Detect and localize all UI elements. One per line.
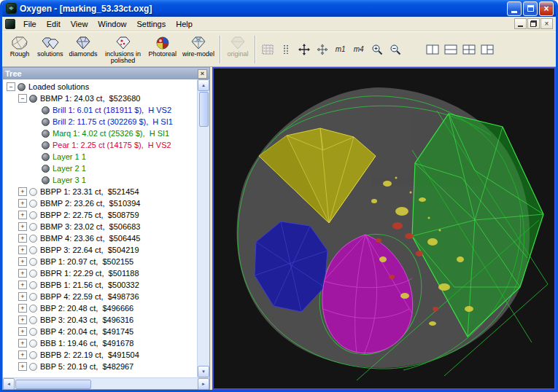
tree-item[interactable]: +BBPR 1: 22.29 ct, $501188 (3, 267, 197, 279)
rotate-mode-m1-button[interactable]: m1 (332, 42, 349, 58)
tree-item[interactable]: +BBPB 1: 21.56 ct, $500332 (3, 279, 197, 291)
tree-item-label: BBP 2: 20.48 ct, $496666 (40, 304, 133, 313)
mdi-minimize-button[interactable] (514, 18, 527, 29)
layout-split-horizontal-button[interactable] (442, 42, 459, 58)
node-icon (29, 235, 37, 243)
tree-item[interactable]: −Loaded solutions (3, 81, 197, 93)
expand-toggle[interactable]: + (18, 304, 27, 313)
panel-close-button[interactable]: × (198, 69, 207, 79)
layout-mixed-button[interactable] (478, 42, 495, 58)
toolbar-button-label: solutions (37, 51, 63, 58)
tree-item[interactable]: +BBP 4: 20.04 ct, $491745 (3, 326, 197, 337)
diamonds-view-button[interactable]: diamonds (66, 33, 101, 66)
tree-item[interactable]: +BBP 5: 20.19 ct, $482967 (3, 361, 197, 372)
horizontal-scrollbar[interactable]: ◄ ► (3, 377, 209, 389)
rough-icon (11, 35, 28, 51)
menu-help[interactable]: Help (171, 18, 198, 30)
tree-item-label: Layer 3 1 (53, 176, 86, 184)
tree-item[interactable]: +BBP 3: 20.43 ct, $496316 (3, 314, 197, 326)
vertical-scrollbar-track[interactable] (198, 91, 209, 366)
tree-item[interactable]: Marq 1: 4.02 ct (25326 $), H SI1 (3, 128, 197, 139)
wire-model-view-button[interactable]: wire-model (179, 33, 217, 66)
collapse-toggle[interactable]: − (7, 82, 15, 91)
tree-item[interactable]: Pear 1: 2.25 ct (14175 $), H VS2 (3, 139, 197, 151)
tree-item[interactable]: +BBB 1: 19.46 ct, $491678 (3, 337, 197, 349)
menu-file[interactable]: File (18, 18, 42, 30)
layout-split-vertical-button[interactable] (424, 42, 441, 58)
solutions-view-button[interactable]: solutions (34, 33, 66, 66)
expand-toggle[interactable]: + (18, 199, 27, 208)
grid-toggle-button[interactable] (259, 42, 276, 58)
collapse-toggle[interactable]: − (18, 94, 27, 103)
tree-item[interactable]: +BBMP 2: 23.26 ct, $510394 (3, 197, 197, 209)
menu-view[interactable]: View (66, 18, 93, 30)
title-bar[interactable]: Oxygen - [marking_53.33ct.oxg] × (2, 0, 556, 17)
tree-item[interactable]: +BBPB 2: 22.19 ct, $491504 (3, 349, 197, 361)
expand-toggle[interactable]: + (18, 246, 27, 254)
maximize-button[interactable] (523, 1, 538, 16)
expand-toggle[interactable]: + (18, 350, 27, 359)
expand-toggle[interactable]: + (18, 362, 27, 371)
pan-view-button[interactable] (314, 42, 330, 58)
maximize-icon (527, 5, 534, 12)
tree-item[interactable]: Layer 1 1 (3, 151, 197, 162)
mdi-restore-button[interactable] (527, 18, 540, 29)
menu-edit[interactable]: Edit (42, 18, 66, 30)
scroll-right-button[interactable]: ► (198, 378, 209, 390)
tree-item[interactable]: +BBPP 3: 22.64 ct, $504219 (3, 244, 197, 256)
expand-toggle[interactable]: + (18, 234, 27, 243)
inclusions-in-polished-button[interactable]: inclusions in polished (101, 33, 146, 66)
original-view-button[interactable]: original (223, 33, 252, 66)
scroll-left-button[interactable]: ◄ (3, 378, 15, 390)
tree-item[interactable]: +BBPP 4: 22.59 ct, $498736 (3, 291, 197, 302)
tree-item[interactable]: +BBMP 4: 23.36 ct, $506445 (3, 232, 197, 244)
menu-window[interactable]: Window (93, 18, 131, 30)
horizontal-scrollbar-track[interactable] (15, 378, 198, 389)
vertical-scrollbar[interactable]: ▲ ▼ (197, 79, 209, 377)
rough-view-button[interactable]: Rough (5, 33, 34, 66)
expand-toggle[interactable]: + (18, 211, 27, 219)
toolbar-separator (255, 36, 256, 63)
pan-arrows-icon (317, 44, 328, 55)
tree-item[interactable]: +BBP 2: 20.48 ct, $496666 (3, 302, 197, 314)
zoom-out-button[interactable] (387, 42, 403, 58)
expand-toggle[interactable]: + (18, 222, 27, 231)
tree-panel-header[interactable]: Tree × (3, 68, 209, 79)
tree-item[interactable]: −BBMP 1: 24.03 ct, $523680 (3, 93, 197, 104)
expand-toggle[interactable]: + (18, 292, 27, 301)
3d-viewport[interactable] (212, 67, 556, 390)
expand-toggle[interactable]: + (18, 327, 27, 336)
tree-item-label: BBP 4: 20.04 ct, $491745 (40, 327, 133, 336)
close-button[interactable]: × (539, 1, 554, 16)
markers-button[interactable] (277, 42, 294, 58)
tree-item-label: Layer 1 1 (53, 152, 86, 161)
layout-grid-button[interactable] (460, 42, 477, 58)
minimize-button[interactable] (507, 1, 522, 16)
tree-item[interactable]: +BBP 1: 20.97 ct, $502155 (3, 256, 197, 267)
tree-item[interactable]: Layer 3 1 (3, 174, 197, 186)
expand-toggle[interactable]: + (18, 257, 27, 266)
tree-item[interactable]: Layer 2 1 (3, 162, 197, 174)
zoom-in-button[interactable] (368, 42, 385, 58)
expand-toggle[interactable]: + (18, 269, 27, 278)
scroll-down-button[interactable]: ▼ (198, 366, 209, 377)
mdi-close-button[interactable]: × (540, 18, 553, 29)
expand-toggle[interactable]: + (18, 339, 27, 348)
scroll-up-button[interactable]: ▲ (198, 79, 209, 91)
move-view-button[interactable] (295, 42, 312, 58)
expand-toggle[interactable]: + (18, 281, 27, 289)
expand-toggle[interactable]: + (18, 315, 27, 324)
tree-item[interactable]: +BBPP 1: 23.31 ct, $521454 (3, 186, 197, 197)
tree-item[interactable]: +BBMP 3: 23.02 ct, $506683 (3, 221, 197, 232)
photoreal-view-button[interactable]: Photoreal (146, 33, 180, 66)
tree-panel: Tree × −Loaded solutions−BBMP 1: 24.03 c… (2, 67, 210, 390)
vertical-scrollbar-thumb[interactable] (199, 92, 209, 127)
tree-item[interactable]: +BBPP 2: 22.75 ct, $508759 (3, 209, 197, 221)
tree-item[interactable]: Brill 2: 11.75 ct (302269 $), H SI1 (3, 116, 197, 128)
horizontal-scrollbar-thumb[interactable] (15, 380, 91, 389)
rotate-mode-m4-button[interactable]: m4 (350, 42, 367, 58)
tree-item[interactable]: Brill 1: 6.01 ct (181911 $), H VS2 (3, 104, 197, 116)
expand-toggle[interactable]: + (18, 187, 27, 196)
menu-settings[interactable]: Settings (131, 18, 171, 30)
mode-label: m4 (354, 45, 364, 53)
